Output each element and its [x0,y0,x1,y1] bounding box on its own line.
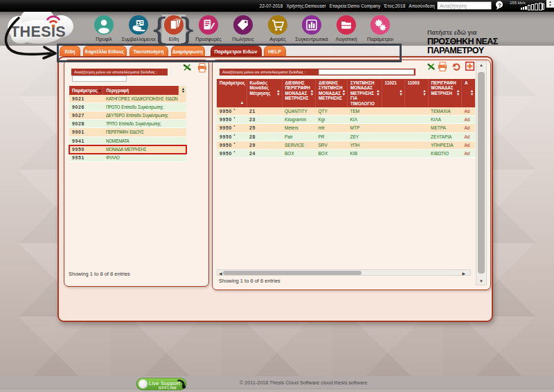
svg-text:?: ? [498,2,501,8]
svg-text:OFFLINE: OFFLINE [159,386,177,390]
